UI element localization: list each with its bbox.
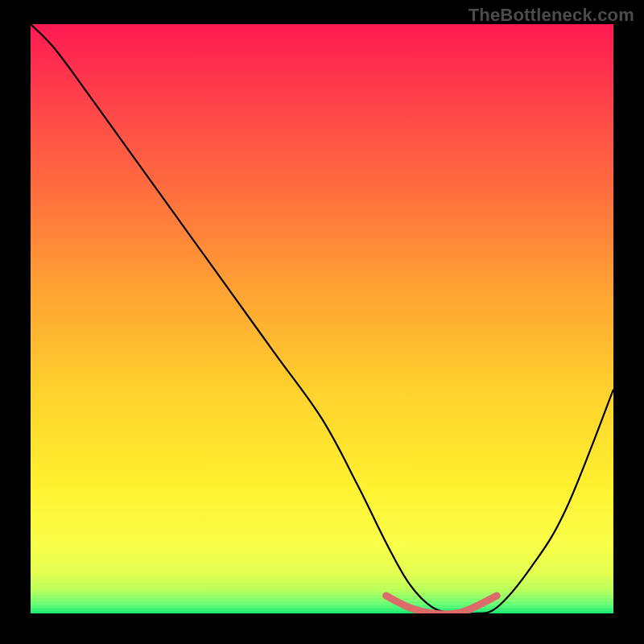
plot-area (31, 24, 613, 613)
bottleneck-curve-line (31, 24, 613, 613)
optimum-highlight (386, 596, 497, 613)
curve-svg (31, 24, 613, 613)
watermark-text: TheBottleneck.com (469, 5, 634, 26)
chart-frame: TheBottleneck.com (0, 0, 644, 644)
